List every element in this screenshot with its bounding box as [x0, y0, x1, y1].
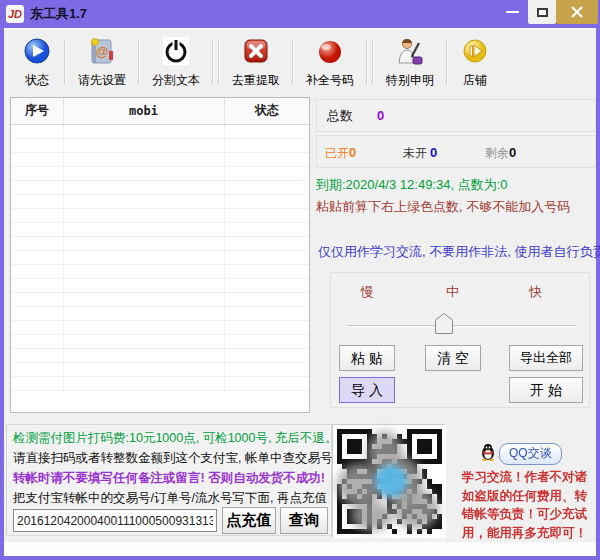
table-row — [11, 320, 309, 334]
red-sphere-icon — [315, 36, 345, 70]
qq-penguin-icon — [480, 443, 496, 465]
remaining-count: 剩余0 — [485, 145, 516, 162]
table-row — [11, 278, 309, 292]
column-header-status[interactable]: 状态 — [224, 98, 309, 124]
client-area: 状态 @ 请先设置 分割文本 去重提取 — [4, 28, 596, 556]
payment-fee-line: 检测需付图片打码费:10元1000点, 可检1000号, 充后不退。 — [13, 430, 337, 447]
qr-smudge — [393, 489, 439, 529]
speed-slow-label: 慢 — [361, 283, 374, 301]
app-window: JD 东工具1.7 状态 @ 请先设置 — [0, 0, 600, 560]
counts-groupbox: 已开0 未开0 剩余0 — [316, 135, 596, 168]
table-row — [11, 194, 309, 208]
start-button[interactable]: 开 始 — [509, 377, 583, 403]
payment-panel: 检测需付图片打码费:10元1000点, 可检1000号, 充后不退。 请直接扫码… — [6, 424, 332, 536]
disclaimer-notice: 仅仅用作学习交流, 不要用作非法, 使用者自行负责! — [318, 243, 600, 261]
person-pen-icon — [395, 36, 425, 70]
toolbar-separator — [372, 39, 374, 85]
dedupe-extract-label: 去重提取 — [232, 72, 280, 89]
qr-center-blob — [375, 465, 407, 497]
special-statement-button[interactable]: 特别申明 — [376, 34, 444, 90]
toolbar-separator — [218, 39, 220, 85]
complete-number-button[interactable]: 补全号码 — [296, 34, 364, 90]
clear-button[interactable]: 清 空 — [425, 345, 481, 371]
toolbar-separator — [446, 39, 448, 85]
shop-button[interactable]: 店铺 — [450, 34, 500, 90]
maximize-button[interactable] — [528, 0, 556, 24]
total-groupbox: 总数 0 — [316, 99, 596, 132]
qq-chat-badge[interactable]: QQ交谈 — [480, 443, 562, 465]
close-icon — [570, 5, 584, 19]
split-text-button[interactable]: 分割文本 — [142, 34, 210, 90]
qr-smudge — [351, 501, 393, 531]
table-row — [11, 292, 309, 306]
play-yellow-icon — [460, 36, 490, 70]
table-row — [11, 208, 309, 222]
table-row — [11, 376, 309, 390]
expiry-notice: 到期:2020/4/3 12:49:34, 点数为:0 — [316, 176, 508, 194]
speed-slider-track[interactable] — [347, 325, 575, 327]
power-icon — [161, 36, 191, 70]
payment-instruction-line: 把支付宝转帐中的交易号/订单号/流水号写下面, 再点充值 — [13, 490, 327, 507]
play-blue-icon — [22, 36, 52, 70]
toolbar-separator — [64, 39, 66, 85]
shop-label: 店铺 — [463, 72, 487, 89]
setup-label: 请先设置 — [78, 72, 126, 89]
opened-count: 已开0 — [325, 145, 356, 162]
status-label: 状态 — [25, 72, 49, 89]
complete-number-label: 补全号码 — [306, 72, 354, 89]
table-row — [11, 334, 309, 348]
table-row — [11, 138, 309, 152]
author-notice: 学习交流！作者不对诸如盗版的任何费用、转错帐等负责！可少充试用，能用再多充即可！ — [462, 468, 599, 542]
table-row — [11, 362, 309, 376]
window-title: 东工具1.7 — [30, 5, 87, 23]
speed-slider-thumb[interactable] — [435, 313, 453, 334]
speed-fast-label: 快 — [529, 283, 542, 301]
table-row — [11, 306, 309, 320]
table-row — [11, 236, 309, 250]
maximize-icon — [537, 8, 548, 17]
speed-medium-label: 中 — [446, 283, 459, 301]
red-x-icon — [241, 36, 271, 70]
total-value: 0 — [377, 108, 384, 123]
toolbar-separator — [212, 39, 214, 85]
toolbar-separator — [138, 39, 140, 85]
table-row — [11, 166, 309, 180]
column-header-mobi[interactable]: mobi — [63, 98, 224, 124]
close-button[interactable] — [556, 0, 598, 24]
export-all-button[interactable]: 导出全部 — [509, 345, 583, 371]
setup-button[interactable]: @ 请先设置 — [68, 34, 136, 90]
toolbar: 状态 @ 请先设置 分割文本 去重提取 — [4, 30, 596, 92]
transaction-number-input[interactable] — [13, 509, 217, 532]
paste-button[interactable]: 粘 贴 — [339, 345, 395, 371]
split-text-label: 分割文本 — [152, 72, 200, 89]
address-book-icon: @ — [87, 36, 117, 70]
table-row — [11, 222, 309, 236]
table-row — [11, 250, 309, 264]
alipay-qr-code — [332, 424, 445, 537]
dedupe-extract-button[interactable]: 去重提取 — [222, 34, 290, 90]
status-button[interactable]: 状态 — [12, 34, 62, 90]
paste-warning-notice: 粘贴前算下右上绿色点数, 不够不能加入号码 — [316, 198, 570, 216]
qq-chat-label: QQ交谈 — [499, 443, 562, 465]
speed-groupbox: 慢 中 快 粘 贴 清 空 导出全部 导 入 开 始 — [330, 272, 590, 408]
svg-text:@: @ — [96, 44, 109, 59]
bottom-strip — [4, 542, 596, 556]
table-row — [11, 348, 309, 362]
column-header-index[interactable]: 序号 — [11, 98, 63, 124]
toolbar-separator — [366, 39, 368, 85]
table-row — [11, 152, 309, 166]
import-button[interactable]: 导 入 — [339, 377, 395, 403]
special-statement-label: 特别申明 — [386, 72, 434, 89]
recharge-button[interactable]: 点充值 — [222, 507, 276, 534]
toolbar-separator — [292, 39, 294, 85]
unopened-count: 未开0 — [403, 145, 437, 162]
payment-transfer-line: 请直接扫码或者转整数金额到这个支付宝, 帐单中查交易号 — [13, 450, 332, 467]
table-row — [11, 124, 309, 138]
minimize-button[interactable] — [498, 0, 526, 24]
table-row — [11, 180, 309, 194]
number-table[interactable]: 序号 mobi 状态 — [10, 97, 310, 413]
app-logo-icon: JD — [6, 5, 24, 23]
table-header-row: 序号 mobi 状态 — [11, 98, 309, 124]
query-button[interactable]: 查询 — [280, 507, 328, 534]
total-label: 总数 — [327, 107, 353, 125]
